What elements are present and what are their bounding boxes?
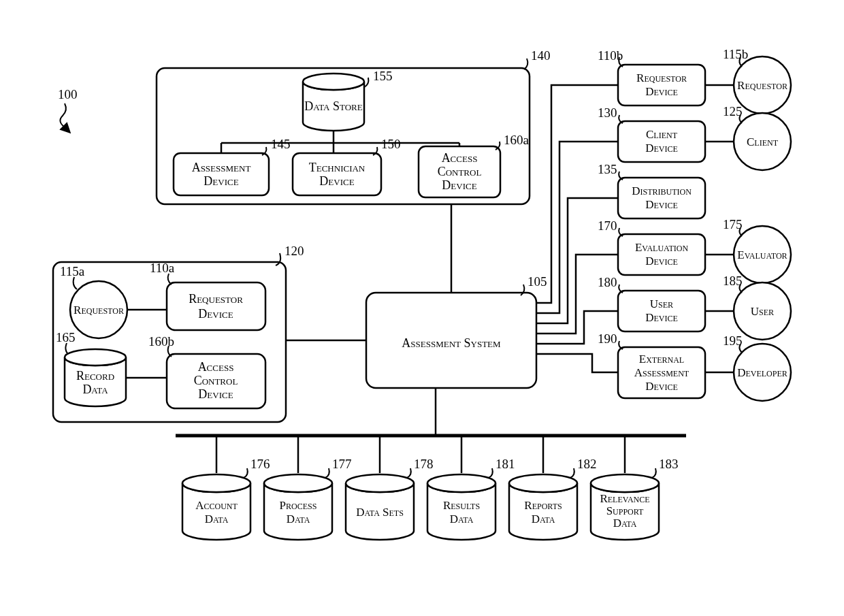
wire-105-170 [536, 255, 618, 334]
db-results-l2: Data [450, 513, 474, 525]
acd-b-l3: Device [198, 387, 233, 401]
requestor-a-label: Requestor [74, 304, 124, 317]
db-reports-l1: Reports [524, 499, 562, 512]
ref-135: 135 [598, 162, 617, 176]
ref183-leader [652, 468, 656, 478]
db-relevance-l1: Relevance [600, 492, 649, 505]
figure-ref-leader [60, 103, 69, 132]
ref-160a: 160a [504, 133, 530, 147]
db-process-l1: Process [280, 499, 317, 512]
evaluator-label: Evaluator [737, 248, 787, 261]
ref-110b: 110b [598, 48, 623, 63]
ref178-leader [407, 468, 411, 478]
acd-b-l2: Control [194, 374, 238, 387]
client-device-l1: Client [646, 128, 678, 141]
db-process-l2: Data [287, 513, 310, 525]
ext-l3: Device [645, 380, 678, 393]
technician-device-l2: Device [319, 174, 354, 188]
acd-a-l1: Access [442, 151, 478, 165]
assessment-device-l2: Device [204, 174, 238, 188]
ref-140: 140 [531, 48, 551, 63]
ref-120: 120 [285, 244, 304, 258]
db-reports-l2: Data [532, 513, 555, 525]
ext-l2: Assessment [634, 366, 689, 379]
ref-183: 183 [659, 457, 679, 471]
ref-182: 182 [577, 457, 597, 471]
wire-105-135 [536, 198, 618, 323]
ref-160b: 160b [148, 334, 174, 348]
ref-176: 176 [250, 457, 270, 471]
db-account-l1: Account [195, 499, 238, 512]
acd-a-l3: Device [442, 178, 476, 192]
developer-label: Developer [737, 366, 788, 379]
system-architecture-diagram: 100 140 Data Store 155 Assessment Device… [0, 0, 844, 616]
ref182-leader [570, 468, 574, 478]
record-data-l1: Record [76, 369, 114, 383]
db-results-l1: Results [443, 499, 480, 512]
db-relevance-l2: Support [606, 504, 644, 517]
record-data-l2: Data [82, 383, 108, 396]
ref165-leader [65, 343, 68, 354]
eval-l2: Device [645, 255, 678, 268]
ref-195: 195 [723, 334, 743, 348]
ref-181: 181 [496, 457, 515, 471]
client-label: Client [747, 135, 779, 148]
user-label: User [751, 305, 774, 318]
dist-l1: Distribution [632, 184, 692, 197]
ref-180: 180 [598, 275, 617, 289]
user-dev-l2: Device [645, 311, 678, 324]
data-store-label: Data Store [304, 99, 363, 113]
ref176-leader [244, 468, 248, 478]
user-dev-l1: User [650, 297, 673, 310]
ref-105: 105 [528, 274, 547, 289]
requestor-b-label: Requestor [737, 79, 788, 92]
requestor-device-a [167, 282, 265, 330]
dist-l2: Device [645, 198, 678, 211]
ref-115b: 115b [723, 47, 748, 61]
ref-110a: 110a [150, 261, 175, 275]
acd-b-l1: Access [198, 360, 234, 374]
figure-ref: 100 [58, 87, 78, 101]
ref181-leader [489, 468, 493, 478]
ref-178: 178 [414, 457, 434, 471]
ref177-leader [325, 468, 329, 478]
ref-177: 177 [332, 457, 352, 471]
ref-165: 165 [56, 330, 76, 344]
db-account-l2: Data [205, 513, 229, 525]
ref-145: 145 [271, 137, 291, 151]
technician-device-l1: Technician [309, 161, 366, 174]
ref140-leader [524, 59, 528, 69]
ref-185: 185 [723, 274, 743, 288]
wire-105-190 [536, 354, 618, 372]
reqdev-b-l2: Device [645, 85, 678, 98]
ref-125: 125 [723, 104, 743, 118]
ref-175: 175 [723, 217, 743, 231]
ref120-leader [276, 253, 280, 265]
eval-l1: Evaluation [635, 241, 688, 254]
reqdev-a-l2: Device [198, 307, 233, 321]
ref-130: 130 [598, 106, 617, 120]
ref-170: 170 [598, 218, 617, 233]
ref115a-leader [74, 277, 77, 289]
ext-l1: External [639, 353, 684, 366]
client-device-l2: Device [645, 142, 678, 155]
assessment-device-l1: Assessment [192, 161, 251, 174]
acd-a-l2: Control [438, 165, 482, 178]
assessment-system-label: Assessment System [402, 336, 501, 350]
db-relevance-l3: Data [613, 517, 637, 530]
reqdev-a-l1: Requestor [189, 292, 243, 306]
db-sets-l1: Data Sets [356, 506, 404, 519]
ref-115a: 115a [60, 264, 85, 278]
reqdev-b-l1: Requestor [636, 71, 687, 84]
ref-150: 150 [381, 137, 401, 151]
ref-155: 155 [373, 69, 393, 83]
ref-190: 190 [598, 331, 617, 346]
